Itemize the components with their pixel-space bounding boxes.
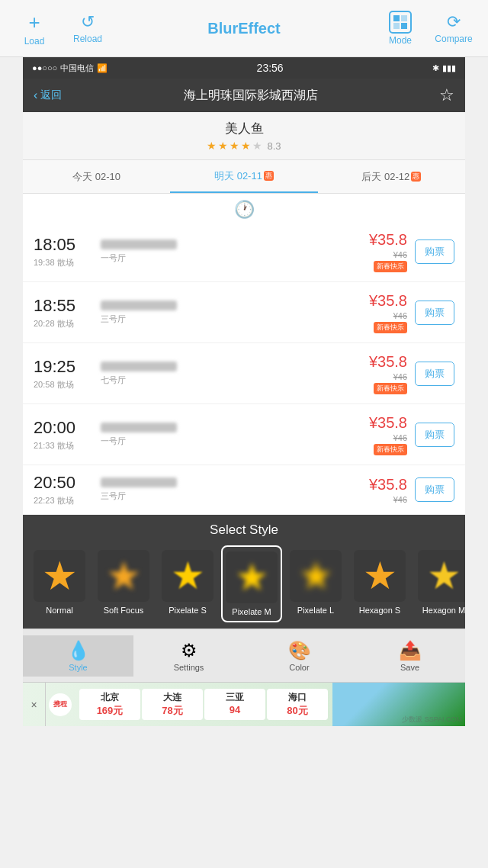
style-label-hexagon-s: Hexagon S <box>359 606 400 615</box>
signal-dots: ●●○○○ <box>32 63 57 72</box>
compare-button[interactable]: ⟳ Compare <box>427 12 480 44</box>
buy-button-2[interactable]: 购票 <box>415 301 454 325</box>
showtime-time-2: 18:55 <box>34 296 95 316</box>
star-4-icon: ★ <box>241 140 251 152</box>
ad-price-sanya: 94 <box>230 704 240 715</box>
ad-city-beijing: 北京 <box>101 691 119 704</box>
bluetooth-icon: ✱ <box>432 63 439 73</box>
tab-settings[interactable]: ⚙ Settings <box>133 635 244 677</box>
pixelates-star-icon: ★ <box>171 554 205 598</box>
style-option-pixelate-s[interactable]: ★ Pixelate S <box>157 545 218 622</box>
style-option-hexagon-m[interactable]: ★ Hexagon M <box>413 545 465 622</box>
reload-button[interactable]: ↺ Reload <box>61 12 114 44</box>
style-thumb-normal: ★ <box>34 550 85 602</box>
showtime-mid-1: 一号厅 <box>95 240 369 264</box>
style-thumb-pixelate-m: ★ <box>226 551 278 603</box>
tab-style[interactable]: 💧 Style <box>23 635 133 677</box>
style-label-pixelate-s: Pixelate S <box>169 606 207 615</box>
film-blurred-3 <box>101 362 177 371</box>
date-tab-dayafter[interactable]: 后天 02-12 惠 <box>318 160 465 193</box>
star-2-icon: ★ <box>218 140 228 152</box>
date-tomorrow-label: 明天 02-11 <box>214 169 262 183</box>
softfocus-star-icon: ★ <box>106 553 142 599</box>
ad-city-sanya: 三亚 <box>226 691 244 704</box>
status-right: ✱ ▮▮▮ <box>432 63 456 73</box>
date-tab-today[interactable]: 今天 02-10 <box>23 160 170 193</box>
price-2: ¥35.8 <box>369 292 407 310</box>
spring-tag-2: 新春快乐 <box>374 322 407 333</box>
style-label-softfocus: Soft Focus <box>104 606 144 615</box>
status-time: 23:56 <box>257 62 284 74</box>
style-option-normal[interactable]: ★ Normal <box>29 545 90 622</box>
style-label-hexagon-m: Hexagon M <box>422 606 465 615</box>
hexagons-star-icon: ★ <box>363 554 397 598</box>
style-thumb-pixelate-s: ★ <box>162 550 214 602</box>
buy-button-4[interactable]: 购票 <box>415 423 454 447</box>
tab-save[interactable]: 📤 Save <box>355 635 465 677</box>
style-option-hexagon-s[interactable]: ★ Hexagon S <box>349 545 410 622</box>
price-1: ¥35.8 <box>369 231 407 249</box>
showtime-right-3: ¥35.8 ¥46 新春快乐 <box>369 353 407 394</box>
showtime-time-left: 19:25 20:58 散场 <box>34 357 95 391</box>
showtime-time-left: 20:00 21:33 散场 <box>34 418 95 452</box>
ad-item-beijing[interactable]: 北京 169元 <box>79 689 140 720</box>
mode-label: Mode <box>389 35 412 46</box>
buy-button-1[interactable]: 购票 <box>415 240 454 264</box>
svg-rect-2 <box>393 23 400 29</box>
favorite-star-icon[interactable]: ☆ <box>439 85 454 105</box>
tab-color[interactable]: 🎨 Color <box>244 635 355 677</box>
showtime-right-4: ¥35.8 ¥46 新春快乐 <box>369 414 407 455</box>
reload-icon: ↺ <box>81 12 95 32</box>
ad-banner: × 携程 北京 169元 大连 78元 三亚 94 海口 80元 少数派 SSP… <box>23 682 465 726</box>
ad-city-haikou: 海口 <box>288 691 307 704</box>
date-tabs: 今天 02-10 明天 02-11 惠 后天 02-12 惠 <box>23 160 465 194</box>
ad-item-dalian[interactable]: 大连 78元 <box>142 689 203 720</box>
phone-screen: ●●○○○ 中国电信 📶 23:56 ✱ ▮▮▮ ‹ 返回 海上明珠国际影城西湖… <box>23 57 465 726</box>
style-option-pixelate-l[interactable]: ★ Pixelate L <box>285 545 346 622</box>
showtime-hall-2: 三号厅 <box>101 313 363 325</box>
select-style-panel: Select Style ★ Normal ★ Soft Focus ★ <box>23 515 465 628</box>
back-label: 返回 <box>40 88 62 102</box>
date-badge-dayafter: 惠 <box>411 172 421 182</box>
load-button[interactable]: + Load <box>8 11 61 47</box>
select-style-title: Select Style <box>23 522 465 538</box>
style-option-softfocus[interactable]: ★ Soft Focus <box>93 545 154 622</box>
star-5-icon: ★ <box>252 140 262 152</box>
price-3: ¥35.8 <box>369 353 407 371</box>
back-button[interactable]: ‹ 返回 <box>34 88 62 102</box>
star-3-icon: ★ <box>230 140 239 152</box>
movie-header: 美人鱼 ★ ★ ★ ★ ★ 8.3 <box>23 112 465 160</box>
reload-label: Reload <box>73 34 102 44</box>
showtime-time-left: 18:55 20:28 散场 <box>34 296 95 330</box>
buy-button-5[interactable]: 购票 <box>415 477 454 502</box>
style-thumb-pixelate-l: ★ <box>290 550 342 602</box>
ad-items: 北京 169元 大连 78元 三亚 94 海口 80元 <box>75 686 332 723</box>
date-tab-tomorrow[interactable]: 明天 02-11 惠 <box>170 160 317 193</box>
star-1-icon: ★ <box>207 140 217 152</box>
style-tab-label: Style <box>69 663 87 672</box>
style-option-pixelate-m[interactable]: ★ Pixelate M <box>221 545 282 622</box>
style-thumb-hexagon-s: ★ <box>354 550 406 602</box>
compare-icon: ⟳ <box>447 12 461 32</box>
showtime-time-left: 20:50 22:23 散场 <box>34 473 95 506</box>
spring-tag-1: 新春快乐 <box>374 261 407 272</box>
load-label: Load <box>24 36 45 47</box>
mode-button[interactable]: Mode <box>374 11 427 46</box>
mode-icon <box>389 11 412 34</box>
ad-item-haikou[interactable]: 海口 80元 <box>267 689 328 720</box>
color-icon: 🎨 <box>288 640 311 661</box>
style-label-pixelate-l: Pixelate L <box>297 606 334 615</box>
buy-button-3[interactable]: 购票 <box>415 362 454 386</box>
ad-item-sanya[interactable]: 三亚 94 <box>204 689 265 720</box>
film-blurred-2 <box>101 301 177 310</box>
status-bar: ●●○○○ 中国电信 📶 23:56 ✱ ▮▮▮ <box>23 57 465 79</box>
showtime-time-5: 20:50 <box>34 473 95 493</box>
pixelatem-star-icon: ★ <box>235 555 269 600</box>
plus-icon: + <box>28 11 40 34</box>
film-blurred-4 <box>101 423 177 432</box>
style-label-pixelate-m: Pixelate M <box>232 607 271 616</box>
showtime-item: 18:05 19:38 散场 一号厅 ¥35.8 ¥46 新春快乐 购票 <box>23 221 465 282</box>
date-today-label: 今天 02-10 <box>72 170 120 184</box>
showtime-end-4: 21:33 散场 <box>34 440 95 452</box>
ad-close-button[interactable]: × <box>23 683 46 726</box>
